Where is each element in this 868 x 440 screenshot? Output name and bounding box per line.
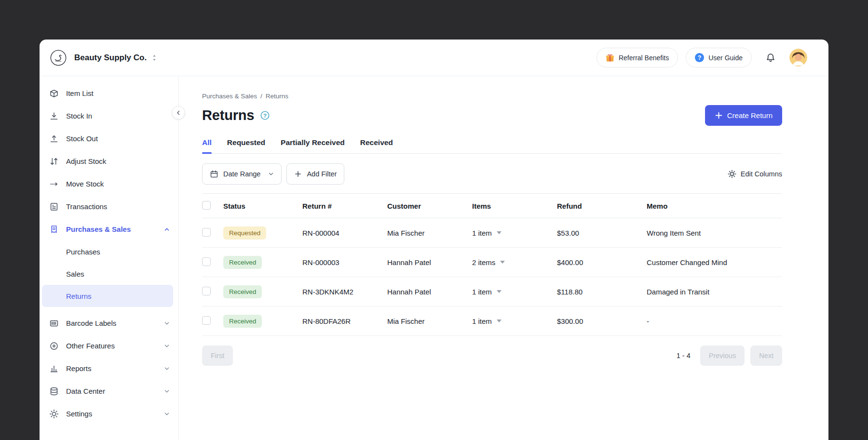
sidebar-item-barcode-labels[interactable]: Barcode Labels — [40, 312, 178, 334]
edit-columns-label: Edit Columns — [741, 170, 782, 178]
row-checkbox[interactable] — [202, 228, 211, 237]
column-header-memo: Memo — [647, 202, 782, 210]
customer-cell: Hannah Patel — [387, 258, 472, 267]
row-checkbox[interactable] — [202, 257, 211, 266]
stock-in-icon — [49, 111, 59, 121]
help-icon[interactable]: ? — [260, 110, 270, 120]
svg-text:?: ? — [263, 112, 267, 118]
status-badge: Received — [223, 256, 262, 269]
move-stock-icon — [49, 179, 59, 189]
referral-benefits-label: Referral Benefits — [619, 54, 669, 62]
sidebar-item-stock-out[interactable]: Stock Out — [40, 127, 178, 150]
breadcrumb: Purchases & Sales / Returns — [202, 93, 782, 100]
table-header-row: Status Return # Customer Items Refund Me… — [202, 193, 782, 218]
sidebar-item-label: Adjust Stock — [66, 157, 106, 165]
select-all-checkbox[interactable] — [202, 201, 211, 210]
filter-bar: Date Range Add Filter — [202, 163, 782, 185]
return-number-cell: RN-80DFA26R — [302, 317, 387, 325]
items-dropdown-icon[interactable] — [497, 320, 502, 322]
sidebar-item-move-stock[interactable]: Move Stock — [40, 173, 178, 195]
return-number-cell: RN-000003 — [302, 258, 387, 267]
tab-received[interactable]: Received — [360, 138, 393, 153]
sidebar-item-sales[interactable]: Sales — [42, 263, 173, 285]
sidebar-item-purchases-and-sales[interactable]: Purchases & Sales — [40, 218, 178, 240]
sidebar-item-label: Stock Out — [66, 134, 98, 143]
plus-icon — [715, 111, 723, 120]
items-dropdown-icon[interactable] — [497, 231, 502, 234]
previous-page-button[interactable]: Previous — [700, 346, 745, 366]
add-filter-button[interactable]: Add Filter — [286, 163, 344, 185]
topbar-actions: Referral Benefits ? User Guide — [597, 48, 807, 67]
tab-requested[interactable]: Requested — [227, 138, 265, 153]
database-icon — [49, 387, 59, 396]
breadcrumb-separator: / — [260, 93, 262, 100]
breadcrumb-parent[interactable]: Purchases & Sales — [202, 93, 257, 100]
sidebar-item-reports[interactable]: Reports — [40, 357, 178, 380]
referral-benefits-button[interactable]: Referral Benefits — [597, 48, 678, 67]
sidebar-item-label: Move Stock — [66, 180, 104, 188]
user-guide-label: User Guide — [708, 54, 743, 62]
company-logo-icon — [49, 49, 68, 67]
breadcrumb-current: Returns — [266, 93, 288, 100]
sidebar-item-other-features[interactable]: Other Features — [40, 334, 178, 357]
plus-circle-icon — [49, 341, 59, 351]
main-content: Purchases & Sales / Returns Returns ? Cr… — [179, 76, 828, 440]
row-checkbox[interactable] — [202, 287, 211, 295]
plus-icon — [294, 170, 302, 178]
bar-chart-icon — [49, 364, 59, 373]
customer-cell: Hannah Patel — [387, 288, 472, 296]
refund-cell: $400.00 — [557, 258, 647, 267]
notifications-bell-icon[interactable] — [765, 53, 776, 63]
purchases-and-sales-submenu: Purchases Sales Returns — [40, 240, 178, 307]
row-checkbox[interactable] — [202, 316, 211, 325]
sidebar-item-stock-in[interactable]: Stock In — [40, 105, 178, 127]
items-count: 1 item — [472, 288, 492, 296]
company-switcher-icon[interactable] — [151, 54, 157, 62]
sidebar-item-label: Data Center — [66, 387, 105, 395]
sidebar-item-label: Purchases & Sales — [66, 225, 131, 233]
sidebar-item-purchases[interactable]: Purchases — [42, 240, 173, 263]
table-row[interactable]: Requested RN-000004 Mia Fischer 1 item $… — [202, 218, 782, 248]
items-dropdown-icon[interactable] — [497, 290, 502, 293]
items-dropdown-icon[interactable] — [500, 261, 505, 264]
user-avatar[interactable] — [789, 49, 807, 67]
sidebar-item-item-list[interactable]: Item List — [40, 82, 178, 105]
app-window: Beauty Supply Co. Referral Benefits — [40, 40, 828, 440]
column-header-refund: Refund — [557, 202, 647, 210]
sidebar-collapse-button[interactable] — [172, 106, 185, 120]
sidebar-item-label: Returns — [66, 292, 92, 300]
first-page-button[interactable]: First — [202, 346, 233, 366]
chevron-up-icon — [164, 227, 170, 232]
sidebar-item-adjust-stock[interactable]: Adjust Stock — [40, 150, 178, 173]
company-name: Beauty Supply Co. — [74, 53, 147, 63]
returns-table: Status Return # Customer Items Refund Me… — [202, 193, 782, 336]
table-row[interactable]: Received RN-3DKNK4M2 Hannah Patel 1 item… — [202, 277, 782, 307]
date-range-dropdown[interactable]: Date Range — [202, 163, 282, 185]
sidebar-item-label: Reports — [66, 364, 92, 373]
date-range-label: Date Range — [223, 170, 260, 178]
sidebar-item-returns[interactable]: Returns — [42, 285, 173, 307]
sidebar-item-data-center[interactable]: Data Center — [40, 380, 178, 402]
customer-cell: Mia Fischer — [387, 229, 472, 237]
chevron-down-icon — [268, 171, 274, 177]
edit-columns-button[interactable]: Edit Columns — [728, 170, 782, 178]
memo-cell: Customer Changed Mind — [647, 258, 782, 267]
add-filter-label: Add Filter — [307, 170, 337, 178]
sidebar-item-settings[interactable]: Settings — [40, 402, 178, 425]
create-return-button[interactable]: Create Return — [705, 105, 782, 126]
tab-all[interactable]: All — [202, 138, 212, 153]
gift-icon — [606, 53, 614, 62]
barcode-icon — [49, 319, 59, 328]
memo-cell: - — [647, 317, 782, 325]
tab-partially-received[interactable]: Partially Received — [281, 138, 345, 153]
create-return-label: Create Return — [727, 111, 773, 120]
table-row[interactable]: Received RN-80DFA26R Mia Fischer 1 item … — [202, 307, 782, 336]
table-row[interactable]: Received RN-000003 Hannah Patel 2 items … — [202, 248, 782, 277]
user-guide-button[interactable]: ? User Guide — [686, 48, 752, 67]
next-page-button[interactable]: Next — [750, 346, 782, 366]
question-circle-icon: ? — [695, 53, 704, 62]
sidebar: Item List Stock In Stock Out — [40, 76, 179, 440]
chevron-down-icon — [164, 343, 170, 349]
sidebar-item-transactions[interactable]: Transactions — [40, 195, 178, 218]
adjust-stock-icon — [49, 157, 59, 166]
